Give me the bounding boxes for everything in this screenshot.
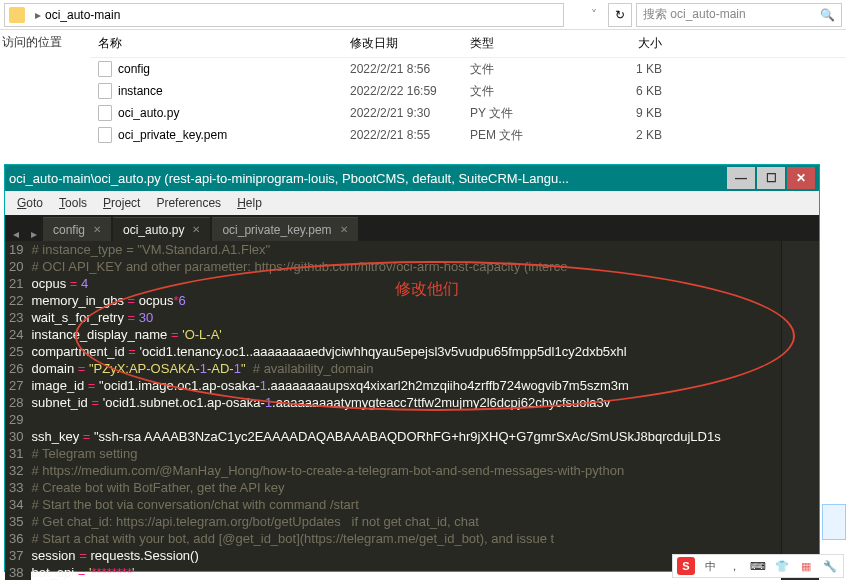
- dropdown-icon[interactable]: ˅: [582, 3, 606, 27]
- file-row[interactable]: config2022/2/21 8:56文件1 KB: [90, 58, 846, 80]
- minimap[interactable]: [781, 241, 819, 580]
- file-size: 6 KB: [590, 84, 670, 98]
- search-icon: 🔍: [820, 8, 835, 22]
- file-type: 文件: [470, 61, 590, 78]
- desktop-icon[interactable]: [822, 504, 846, 540]
- file-icon: [98, 83, 112, 99]
- file-type: PEM 文件: [470, 127, 590, 144]
- refresh-icon[interactable]: ↻: [608, 3, 632, 27]
- file-row[interactable]: oci_private_key.pem2022/2/21 8:55PEM 文件2…: [90, 124, 846, 146]
- grid-icon[interactable]: ▦: [797, 557, 815, 575]
- menu-project[interactable]: Project: [97, 194, 146, 212]
- wrench-icon[interactable]: 🔧: [821, 557, 839, 575]
- tab-close-icon[interactable]: ✕: [340, 224, 348, 235]
- file-date: 2022/2/21 8:56: [350, 62, 470, 76]
- window-title: oci_auto-main\oci_auto.py (rest-api-to-m…: [9, 171, 725, 186]
- tab-label: oci_private_key.pem: [222, 223, 331, 237]
- search-placeholder: 搜索 oci_auto-main: [643, 6, 746, 23]
- sogou-icon[interactable]: S: [677, 557, 695, 575]
- folder-icon: [9, 7, 25, 23]
- editor-tab[interactable]: config✕: [43, 217, 111, 241]
- editor-tab[interactable]: oci_auto.py✕: [113, 217, 210, 241]
- file-name: config: [118, 62, 150, 76]
- address-path[interactable]: ▸ oci_auto-main: [4, 3, 564, 27]
- file-icon: [98, 61, 112, 77]
- chevron-right-icon: ▸: [35, 8, 41, 22]
- file-icon: [98, 127, 112, 143]
- file-row[interactable]: oci_auto.py2022/2/21 9:30PY 文件9 KB: [90, 102, 846, 124]
- menu-goto[interactable]: Goto: [11, 194, 49, 212]
- file-name: oci_private_key.pem: [118, 128, 227, 142]
- file-date: 2022/2/21 9:30: [350, 106, 470, 120]
- ime-tray[interactable]: S 中 ， ⌨ 👕 ▦ 🔧: [672, 554, 844, 578]
- maximize-button[interactable]: ☐: [757, 167, 785, 189]
- tab-close-icon[interactable]: ✕: [93, 224, 101, 235]
- column-header-name[interactable]: 名称: [90, 35, 350, 52]
- file-name: oci_auto.py: [118, 106, 179, 120]
- column-header-size[interactable]: 大小: [590, 35, 670, 52]
- file-size: 9 KB: [590, 106, 670, 120]
- file-date: 2022/2/22 16:59: [350, 84, 470, 98]
- tshirt-icon[interactable]: 👕: [773, 557, 791, 575]
- punct-icon[interactable]: ，: [725, 557, 743, 575]
- file-size: 1 KB: [590, 62, 670, 76]
- tab-label: config: [53, 223, 85, 237]
- ime-mode[interactable]: 中: [701, 557, 719, 575]
- breadcrumb[interactable]: oci_auto-main: [45, 8, 120, 22]
- file-icon: [98, 105, 112, 121]
- sidebar-item[interactable]: 访问的位置: [0, 30, 90, 146]
- tab-scroll-left-icon[interactable]: ◂: [7, 227, 25, 241]
- tab-label: oci_auto.py: [123, 223, 184, 237]
- tab-close-icon[interactable]: ✕: [192, 224, 200, 235]
- column-header-type[interactable]: 类型: [470, 35, 590, 52]
- file-type: PY 文件: [470, 105, 590, 122]
- column-header-date[interactable]: 修改日期: [350, 35, 470, 52]
- minimize-button[interactable]: —: [727, 167, 755, 189]
- file-name: instance: [118, 84, 163, 98]
- editor-tab[interactable]: oci_private_key.pem✕: [212, 217, 357, 241]
- keyboard-icon[interactable]: ⌨: [749, 557, 767, 575]
- menu-tools[interactable]: Tools: [53, 194, 93, 212]
- search-input[interactable]: 搜索 oci_auto-main 🔍: [636, 3, 842, 27]
- file-type: 文件: [470, 83, 590, 100]
- file-size: 2 KB: [590, 128, 670, 142]
- file-date: 2022/2/21 8:55: [350, 128, 470, 142]
- close-button[interactable]: ✕: [787, 167, 815, 189]
- menu-preferences[interactable]: Preferences: [150, 194, 227, 212]
- file-row[interactable]: instance2022/2/22 16:59文件6 KB: [90, 80, 846, 102]
- tab-scroll-right-icon[interactable]: ▸: [25, 227, 43, 241]
- menu-help[interactable]: Help: [231, 194, 268, 212]
